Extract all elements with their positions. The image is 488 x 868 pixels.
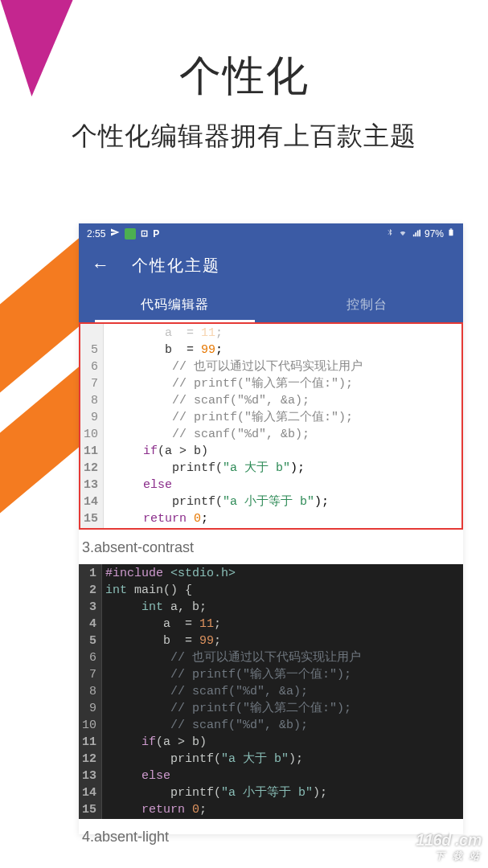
code-content-dark: #include <stdio.h> int main() { int a, b…	[102, 564, 463, 819]
page-title: 个性化	[0, 48, 488, 104]
tab-code-editor[interactable]: 代码编辑器	[79, 287, 271, 322]
bluetooth-icon	[386, 227, 394, 240]
tab-bar: 代码编辑器 控制台	[79, 287, 463, 322]
phone-screenshot: 2:55 ⊡ P 97% ← 个性化主题	[79, 223, 463, 834]
gutter-dark: 123456789101112131415	[79, 564, 102, 819]
gutter-light: 56789101112131415	[80, 324, 104, 528]
battery-icon	[447, 227, 455, 240]
status-bar: 2:55 ⊡ P 97%	[79, 223, 463, 244]
page-header: 个性化 个性化编辑器拥有上百款主题	[0, 0, 488, 154]
theme-label-3[interactable]: 3.absent-contrast	[79, 530, 463, 564]
appbar-title: 个性化主题	[132, 255, 220, 276]
telegram-icon	[110, 227, 120, 240]
code-content-light: a = 11; b = 99; // 也可以通过以下代码实现让用户 // pri…	[104, 324, 461, 528]
p-icon: P	[153, 228, 159, 240]
code-preview-dark: 123456789101112131415 #include <stdio.h>…	[79, 564, 463, 819]
app-icon-2: ⊡	[141, 228, 148, 239]
app-icon-1	[125, 228, 136, 240]
signal-icon	[412, 228, 421, 240]
code-preview-light: 56789101112131415 a = 11; b = 99; // 也可以…	[79, 322, 463, 530]
tab-console[interactable]: 控制台	[271, 287, 463, 322]
svg-rect-1	[450, 228, 453, 229]
svg-rect-0	[449, 230, 453, 236]
battery-percent: 97%	[424, 228, 444, 240]
watermark: 116d..cm 下 载 站	[416, 831, 482, 863]
bg-shape-orange-2	[0, 366, 80, 527]
status-time: 2:55	[87, 228, 105, 240]
back-arrow-icon[interactable]: ←	[92, 255, 109, 276]
theme-label-4[interactable]: 4.absent-light	[79, 819, 463, 854]
wifi-icon	[397, 228, 408, 240]
app-bar: ← 个性化主题	[79, 244, 463, 287]
page-subtitle: 个性化编辑器拥有上百款主题	[0, 119, 488, 154]
